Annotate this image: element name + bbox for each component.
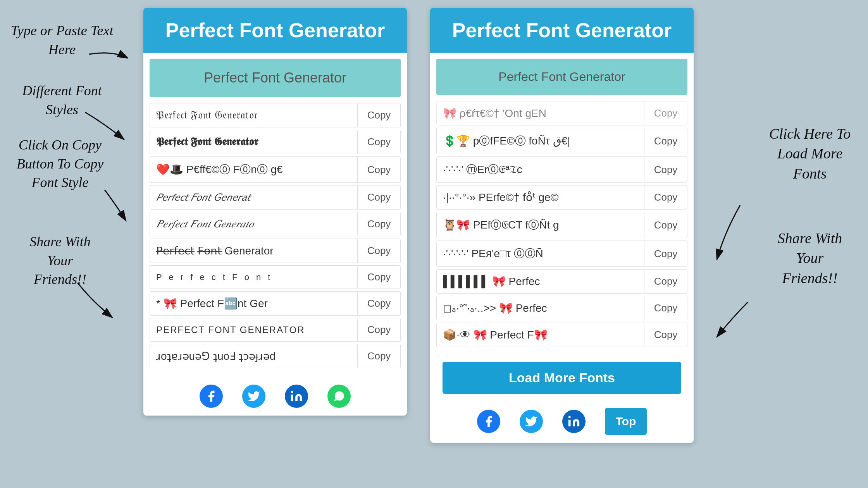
- table-row: ɹoʇɐɹǝuǝ⅁ ʇuoℲ ʇɔǝɟɹǝd Copy: [150, 344, 401, 368]
- font-text-star: * 🎀 Perfect F🔤nt Ger: [150, 292, 358, 315]
- annotation-share-right: Share WithYourFriends!!: [756, 229, 864, 288]
- table-row: ▌▌▌▌▌▌ 🎀 Perfec Copy: [436, 269, 687, 294]
- font-text-emoji3: 📦·👁 🎀 Perfect F🎀: [437, 323, 644, 347]
- font-text-dots3: ·'·'·'·'·' PEя'e□τ ⓪⓪Ñ: [437, 241, 644, 266]
- copy-button[interactable]: Copy: [358, 158, 400, 181]
- table-row: 𝕻𝖊𝖗𝖋𝖊𝖈𝖙 𝕱𝖔𝖓𝖙 𝕲𝖊𝖓𝖊𝖗𝖆𝖙𝖔𝖗 Copy: [150, 130, 401, 154]
- copy-button[interactable]: Copy: [644, 102, 687, 125]
- page-wrapper: Type or Paste TextHere Different FontSty…: [0, 0, 868, 488]
- panel1-font-list: 𝔓𝔢𝔯𝔣𝔢𝔠𝔱 𝔉𝔬𝔫𝔱 𝔊𝔢𝔫𝔢𝔯𝔞𝔱𝔬𝔯 Copy 𝕻𝖊𝖗𝖋𝖊𝖈𝖙 𝕱𝖔𝖓𝖙…: [143, 103, 407, 377]
- annotation-diff-fonts: Different FontStyles: [4, 81, 120, 119]
- whatsapp-icon[interactable]: [327, 385, 351, 408]
- table-row: 🦉🎀 PEf⓪𝔈CT f⓪Ñt g Copy: [436, 212, 687, 238]
- annotation-share-left: Share WithYourFriends!!: [4, 232, 116, 289]
- font-text-dots1: ·'·'·'·' ⓜEr⓪𝔈ª𝔗c: [437, 157, 644, 182]
- left-annotations: Type or Paste TextHere Different FontSty…: [0, 0, 128, 488]
- annotation-load-more: Click Here ToLoad MoreFonts: [756, 124, 864, 184]
- annotation-copy: Click On CopyButton To CopyFont Style: [0, 136, 120, 192]
- font-text-strike: P̶e̶r̶f̶e̶c̶t̶ F̶o̶n̶t̶ Generator: [150, 239, 358, 263]
- copy-button[interactable]: Copy: [644, 130, 687, 153]
- font-text-reversed: ɹoʇɐɹǝuǝ⅁ ʇuoℲ ʇɔǝɟɹǝd: [150, 344, 358, 368]
- table-row: ·'·'·'·' ⓜEr⓪𝔈ª𝔗c Copy: [436, 156, 687, 183]
- table-row: P e r f e c t F o n t Copy: [150, 265, 401, 289]
- copy-button[interactable]: Copy: [644, 323, 687, 346]
- table-row: ·|··°·°·» PErfe©† fo̊ᵗ ge© Copy: [436, 185, 687, 210]
- load-more-button[interactable]: Load More Fonts: [443, 362, 681, 394]
- font-text-dots2: ·|··°·°·» PErfe©† fo̊ᵗ ge©: [437, 186, 644, 209]
- linkedin-icon[interactable]: [285, 385, 308, 408]
- top-button[interactable]: Top: [605, 408, 647, 435]
- panel1-title: Perfect Font Generator: [153, 19, 398, 42]
- copy-button[interactable]: Copy: [358, 318, 400, 341]
- linkedin-icon-2[interactable]: [562, 410, 586, 433]
- facebook-icon[interactable]: [200, 385, 223, 408]
- panel-1: Perfect Font Generator 𝔓𝔢𝔯𝔣𝔢𝔠𝔱 𝔉𝔬𝔫𝔱 𝔊𝔢𝔫𝔢…: [143, 8, 407, 416]
- table-row: ◻ₐ·°˜·ₐ·..>> 🎀 Perfec Copy: [436, 296, 687, 320]
- copy-button[interactable]: Copy: [644, 214, 687, 237]
- panel2-text-input[interactable]: [436, 59, 687, 95]
- font-text-italic2: 𝑃𝑒𝑟𝑓𝑒𝑐𝑡 𝐹𝑜𝑛𝑡 𝐺𝑒𝑛𝑒𝑟𝑎𝑡𝑜: [150, 212, 358, 236]
- svg-point-1: [291, 391, 293, 393]
- copy-button[interactable]: Copy: [358, 186, 400, 209]
- copy-button[interactable]: Copy: [358, 239, 400, 262]
- copy-button[interactable]: Copy: [358, 292, 400, 315]
- table-row: perfect font generator Copy: [150, 318, 401, 342]
- copy-button[interactable]: Copy: [644, 270, 687, 293]
- table-row: P̶e̶r̶f̶e̶c̶t̶ F̶o̶n̶t̶ Generator Copy: [150, 239, 401, 263]
- table-row: 𝔓𝔢𝔯𝔣𝔢𝔠𝔱 𝔉𝔬𝔫𝔱 𝔊𝔢𝔫𝔢𝔯𝔞𝔱𝔬𝔯 Copy: [150, 103, 401, 127]
- font-text-bold-fraktur: 𝕻𝖊𝖗𝖋𝖊𝖈𝖙 𝕱𝖔𝖓𝖙 𝕲𝖊𝖓𝖊𝖗𝖆𝖙𝖔𝖗: [150, 130, 358, 154]
- font-text-fraktur: 𝔓𝔢𝔯𝔣𝔢𝔠𝔱 𝔉𝔬𝔫𝔱 𝔊𝔢𝔫𝔢𝔯𝔞𝔱𝔬𝔯: [150, 103, 358, 127]
- table-row: 𝘗𝘦𝘳𝘧𝘦𝘤𝘵 𝘍𝘰𝘯𝘵 𝘎𝘦𝘯𝘦𝘳𝘢𝘵 Copy: [150, 185, 401, 210]
- panel2-title: Perfect Font Generator: [439, 19, 684, 42]
- twitter-icon-2[interactable]: [520, 410, 543, 433]
- font-text-barcode: ▌▌▌▌▌▌ 🎀 Perfec: [437, 270, 644, 293]
- table-row: 𝑃𝑒𝑟𝑓𝑒𝑐𝑡 𝐹𝑜𝑛𝑡 𝐺𝑒𝑛𝑒𝑟𝑎𝑡𝑜 Copy: [150, 212, 401, 236]
- copy-button[interactable]: Copy: [644, 242, 687, 265]
- copy-button[interactable]: Copy: [644, 297, 687, 320]
- font-text-spaced: P e r f e c t F o n t: [150, 267, 358, 288]
- right-annotations: Click Here ToLoad MoreFonts Share WithYo…: [709, 0, 868, 488]
- font-text-italic1: 𝘗𝘦𝘳𝘧𝘦𝘤𝘵 𝘍𝘰𝘯𝘵 𝘎𝘦𝘯𝘦𝘳𝘢𝘵: [150, 186, 358, 209]
- annotation-type-paste: Type or Paste TextHere: [4, 21, 120, 59]
- copy-button[interactable]: Copy: [358, 104, 400, 127]
- table-row: 💲🏆 p⓪fFE©⓪ foÑτ ق€| Copy: [436, 128, 687, 154]
- table-row: ❤️🎩 P€ff€©⓪ F⓪n⓪ g€ Copy: [150, 156, 401, 183]
- panel1-input-area: [143, 53, 407, 103]
- font-text-owl: 🦉🎀 PEf⓪𝔈CT f⓪Ñt g: [437, 212, 644, 238]
- copy-button[interactable]: Copy: [358, 266, 400, 289]
- panel1-text-input[interactable]: [150, 59, 401, 97]
- twitter-icon[interactable]: [242, 385, 265, 408]
- copy-button[interactable]: Copy: [358, 213, 400, 235]
- font-text-emoji1: ❤️🎩 P€ff€©⓪ F⓪n⓪ g€: [150, 157, 358, 182]
- copy-button[interactable]: Copy: [358, 345, 400, 368]
- panel2-social-bar: Top: [430, 400, 694, 443]
- panel2-input-area: [430, 53, 694, 101]
- table-row: * 🎀 Perfect F🔤nt Ger Copy: [150, 291, 401, 316]
- copy-button[interactable]: Copy: [644, 186, 687, 209]
- copy-button[interactable]: Copy: [358, 131, 400, 153]
- panel1-header: Perfect Font Generator: [143, 8, 407, 53]
- copy-button[interactable]: Copy: [644, 158, 687, 181]
- font-text-box: ◻ₐ·°˜·ₐ·..>> 🎀 Perfec: [437, 296, 644, 320]
- table-row: ·'·'·'·'·' PEя'e□τ ⓪⓪Ñ Copy: [436, 241, 687, 267]
- panel2-font-list: 🎀 ρ€ŕτ€©† 'Ont gEN Copy 💲🏆 p⓪fFE©⓪ foÑτ …: [430, 101, 694, 356]
- panel1-social-bar: [143, 377, 407, 416]
- phones-area: Perfect Font Generator 𝔓𝔢𝔯𝔣𝔢𝔠𝔱 𝔉𝔬𝔫𝔱 𝔊𝔢𝔫𝔢…: [128, 0, 709, 488]
- font-text-money: 💲🏆 p⓪fFE©⓪ foÑτ ق€|: [437, 128, 644, 154]
- table-row: 🎀 ρ€ŕτ€©† 'Ont gEN Copy: [436, 101, 687, 125]
- panel-2: Perfect Font Generator 🎀 ρ€ŕτ€©† 'Ont gE…: [430, 8, 694, 443]
- font-text-upper: perfect font generator: [150, 319, 358, 341]
- svg-point-2: [568, 416, 570, 418]
- load-more-area: Load More Fonts: [430, 356, 694, 400]
- font-text-partial: 🎀 ρ€ŕτ€©† 'Ont gEN: [437, 101, 644, 125]
- table-row: 📦·👁 🎀 Perfect F🎀 Copy: [436, 323, 687, 347]
- facebook-icon-2[interactable]: [477, 410, 500, 433]
- panel2-header: Perfect Font Generator: [430, 8, 694, 53]
